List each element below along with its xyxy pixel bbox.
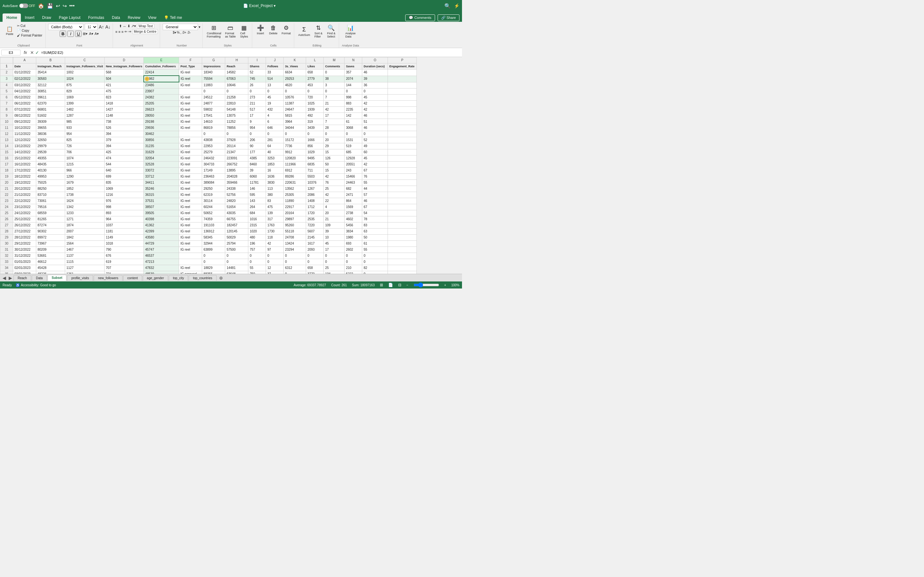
cell[interactable]: 304733 (202, 161, 225, 168)
format-as-table-button[interactable]: 🗃 Formatas Table (224, 24, 237, 39)
cell[interactable]: 595 (248, 192, 266, 198)
cell[interactable]: 3770 (306, 271, 324, 274)
cell[interactable]: 7220 (306, 222, 324, 229)
cell[interactable]: 2086 (306, 192, 324, 198)
cell[interactable]: 745 (248, 76, 266, 82)
cell[interactable]: 1074 (65, 155, 105, 161)
cell[interactable]: 11781 (248, 180, 266, 186)
cell[interactable]: 50652 (202, 210, 225, 216)
cell[interactable] (388, 76, 417, 82)
comments-button[interactable]: 💬 Comments (405, 15, 435, 21)
cell[interactable]: 7736 (284, 143, 306, 149)
cell[interactable]: 2074 (344, 76, 362, 82)
cell[interactable] (388, 259, 417, 265)
cell[interactable]: 46 (362, 69, 388, 76)
cell[interactable]: 10646 (225, 82, 248, 89)
cell[interactable]: 29253 (284, 76, 306, 82)
cell[interactable]: 359466 (225, 180, 248, 186)
cell[interactable]: 88355 (202, 271, 225, 274)
cell[interactable]: 389084 (202, 180, 225, 186)
cell[interactable]: 120145 (225, 229, 248, 235)
cell[interactable]: 12/12/2022 (13, 137, 36, 143)
cell[interactable]: 266752 (225, 161, 248, 168)
zoom-out-button[interactable]: − (407, 284, 409, 287)
autosum-button[interactable]: Σ AutoSum (297, 26, 311, 37)
cell[interactable]: 0 (306, 89, 324, 95)
cell[interactable]: 43838 (202, 137, 225, 143)
align-top-button[interactable]: ⬆ (119, 24, 122, 28)
decrease-decimal-button[interactable]: .0- (187, 31, 191, 34)
cell[interactable]: 42 (362, 161, 388, 168)
cell[interactable]: IG reel (179, 95, 202, 101)
paste-button[interactable]: 📋 Paste (4, 25, 15, 36)
cell[interactable]: 45 (324, 241, 344, 247)
cell[interactable]: 699 (104, 174, 144, 180)
cell[interactable]: 144 (344, 82, 362, 89)
cell[interactable]: 09/12/2022 (13, 119, 36, 125)
cell[interactable]: 33712 (144, 174, 179, 180)
decrease-font-button[interactable]: A↓ (105, 24, 110, 29)
cell[interactable]: 835 (104, 180, 144, 186)
col-header-A[interactable]: A (13, 57, 36, 63)
cell[interactable]: 998 (104, 204, 144, 210)
cell[interactable] (388, 265, 417, 271)
cell[interactable]: 210 (344, 265, 362, 271)
cell[interactable]: 380 (266, 192, 284, 198)
cell[interactable]: 13562 (284, 186, 306, 192)
conditional-formatting-button[interactable]: ⊞ ConditionalFormatting (205, 24, 222, 39)
cell[interactable]: 39611 (36, 95, 65, 101)
bold-button[interactable]: B (60, 31, 66, 37)
cell[interactable]: 42 (362, 107, 388, 113)
cell[interactable]: 9 (248, 119, 266, 125)
cell[interactable]: 480 (248, 235, 266, 241)
cell[interactable]: 856 (306, 143, 324, 149)
cell[interactable]: 30856 (144, 137, 179, 143)
cell[interactable]: 58345 (202, 235, 225, 241)
cell[interactable]: 15/12/2022 (13, 155, 36, 161)
cell[interactable]: 34044 (284, 125, 306, 131)
cell[interactable]: 32112 (36, 82, 65, 89)
cell[interactable]: 29936 (144, 125, 179, 131)
cell[interactable]: 10 (324, 235, 344, 241)
cell[interactable]: 1069 (104, 186, 144, 192)
cell[interactable]: 1852 (65, 186, 105, 192)
cell[interactable]: 08/12/2022 (13, 113, 36, 119)
cell[interactable]: 0 (344, 253, 362, 259)
cell[interactable]: 20 (324, 137, 344, 143)
cell[interactable]: 67063 (225, 76, 248, 82)
align-bottom-button[interactable]: ⬇ (128, 24, 130, 28)
cell[interactable]: 1467 (65, 247, 105, 253)
cell[interactable]: Date (13, 63, 36, 69)
cell[interactable] (388, 143, 417, 149)
cell[interactable]: 6060 (248, 174, 266, 180)
cell[interactable]: IG reel (179, 107, 202, 113)
cell[interactable]: 43035 (225, 210, 248, 216)
cell[interactable]: 13/12/2022 (13, 143, 36, 149)
italic-button[interactable]: I (67, 31, 74, 37)
cell[interactable]: 1399 (65, 101, 105, 107)
cell[interactable]: 3 (324, 82, 344, 89)
cell[interactable]: 89972 (36, 235, 65, 241)
cell[interactable] (388, 241, 417, 247)
sheet-tab-subset[interactable]: Subset (47, 275, 66, 281)
cell[interactable]: Follows (266, 63, 284, 69)
cell[interactable]: 20551 (344, 161, 362, 168)
cell[interactable]: 26623 (144, 107, 179, 113)
cell[interactable]: IG reel (179, 155, 202, 161)
font-color-button[interactable]: A▾ (95, 32, 99, 36)
cell[interactable]: IG reel (179, 241, 202, 247)
cell[interactable] (388, 137, 417, 143)
cell[interactable]: 738 (104, 119, 144, 125)
cell[interactable] (388, 82, 417, 89)
cell[interactable]: 264 (248, 204, 266, 210)
cell[interactable]: 4620 (284, 82, 306, 89)
cell[interactable]: 17 (324, 113, 344, 119)
sheet-tab-reach[interactable]: Reach (13, 275, 31, 281)
cell[interactable]: 519 (344, 143, 362, 149)
cell[interactable]: 1720 (306, 210, 324, 216)
cell[interactable] (388, 69, 417, 76)
cell[interactable]: 0 (362, 253, 388, 259)
align-center-button[interactable]: ≡ (118, 30, 120, 34)
cell[interactable]: IG reel (179, 125, 202, 131)
cell[interactable]: 319 (306, 119, 324, 125)
